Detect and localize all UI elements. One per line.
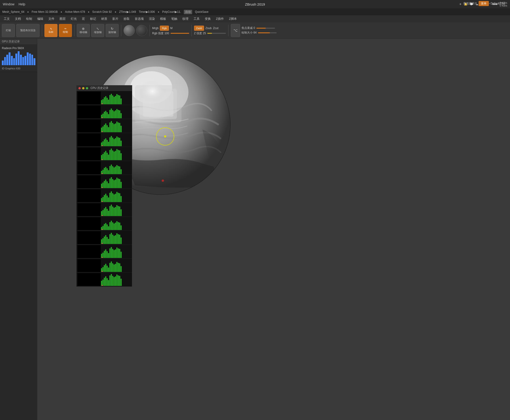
gpu-content: Radeon Pro 560X ID Graphics 630 <box>0 45 37 72</box>
zsub-label: Zsub <box>206 27 212 30</box>
symmetry-icon: ⌥ <box>233 28 237 33</box>
canvas-area[interactable]: CPU 历史记录 <box>37 39 510 420</box>
menu-render[interactable]: 渲染 <box>147 16 157 22</box>
help-menu[interactable]: Help <box>19 2 25 6</box>
main-area: GPU 历史记录 Radeon Pro 560X ID Graphics 630… <box>0 39 510 420</box>
menu-zscript[interactable]: Z脚本 <box>227 16 239 22</box>
edit-btn[interactable]: ✎ Edit <box>44 24 58 37</box>
menu-document[interactable]: 文档 <box>13 16 23 22</box>
menu-edit[interactable]: 编辑 <box>35 16 45 22</box>
cpu-bar-9-9 <box>114 224 115 230</box>
wifi-icon: ✈ <box>459 3 462 6</box>
gpu-bar-9 <box>22 57 24 65</box>
cpu-bar-7-13 <box>119 193 120 202</box>
scale-label: 缩放轴 <box>94 30 102 34</box>
cpu-bar-9-10 <box>115 223 116 230</box>
menu-pick[interactable]: 拾取 <box>122 16 132 22</box>
cpu-bar-8-5 <box>108 211 109 216</box>
cpu-bar-5-3 <box>105 167 106 174</box>
svg-point-7 <box>162 180 164 182</box>
menu-brush[interactable]: 笔触 <box>169 16 179 22</box>
menu-transform[interactable]: 变换 <box>203 16 213 22</box>
rotate-btn[interactable]: ↻ 旋转轴 <box>106 24 119 37</box>
cpu-bar-2-5 <box>108 127 109 132</box>
gpu-bar-10 <box>24 56 26 65</box>
lightbox-btn[interactable]: 灯箱 <box>2 24 15 37</box>
draw-size-slider[interactable] <box>258 32 277 33</box>
menu-macro[interactable]: 宏 <box>80 16 87 22</box>
secondary-sphere[interactable] <box>136 25 147 36</box>
menu-draw[interactable]: 绘制 <box>24 16 34 22</box>
menu-texture[interactable]: 纹理 <box>181 16 190 22</box>
move-btn[interactable]: ⊕ 移动轴 <box>77 24 90 37</box>
close-dot[interactable] <box>78 87 81 90</box>
menu-tool[interactable]: 工具 <box>192 16 201 22</box>
cpu-bar-2-8 <box>112 123 113 132</box>
symmetry-btn[interactable]: ⌥ <box>231 24 240 37</box>
cpu-bar-4-11 <box>116 149 118 160</box>
cpu-row-10 <box>77 231 132 245</box>
cpu-bar-9-2 <box>104 224 105 230</box>
cpu-bar-0-4 <box>107 98 108 104</box>
cpu-bar-11-11 <box>116 248 118 258</box>
minimize-dot[interactable] <box>82 87 84 90</box>
menu-template[interactable]: 模板 <box>158 16 168 22</box>
window-menu-group: Window Help <box>3 2 25 6</box>
cpu-title-bar: CPU 历史记录 <box>77 85 132 91</box>
cpu-bar-8-4 <box>107 209 108 216</box>
cpu-bar-1-5 <box>108 114 109 118</box>
menu-zplugin[interactable]: Z插件 <box>214 16 226 22</box>
auto-btn[interactable]: 自动 <box>184 10 192 14</box>
cpu-bar-1-6 <box>109 110 111 118</box>
menu-gongwen[interactable]: 工文 <box>2 16 12 22</box>
focal-shift-label: 焦点衰减 0 <box>242 26 255 30</box>
rgb-strength-slider[interactable] <box>170 33 189 34</box>
rgb-btn[interactable]: Rgb <box>160 26 169 31</box>
cpu-row-1 <box>77 105 132 119</box>
cpu-bar-3-11 <box>116 136 118 146</box>
focal-shift-slider[interactable] <box>256 28 275 29</box>
lightbox-label: 灯箱 <box>6 29 11 32</box>
timer: Timer▶0.006 <box>139 10 155 14</box>
cpu-red-dot-1 <box>102 117 103 118</box>
cpu-bar-13-3 <box>105 276 106 286</box>
cpu-row-2 <box>77 119 132 133</box>
cpu-bar-4-6 <box>109 150 111 160</box>
menu-marker[interactable]: 标记 <box>88 16 98 22</box>
cpu-bar-0-7 <box>111 94 112 104</box>
material-sphere[interactable] <box>124 25 135 36</box>
rgb-controls: Mrgb Rgb M Rgb 强度 100 <box>152 26 189 35</box>
cpu-bar-7-5 <box>108 197 109 202</box>
scratch-disk: Scratch Disk 92 <box>92 10 112 14</box>
preview-btn[interactable]: 预览布尔渲染 <box>16 24 40 37</box>
scale-btn[interactable]: ⤡ 缩放轴 <box>91 24 104 37</box>
cpu-bar-4-13 <box>119 150 120 160</box>
z-strength-slider[interactable] <box>207 33 226 34</box>
cpu-row-7 <box>77 189 132 203</box>
menu-btn[interactable]: 菜单 <box>479 1 489 6</box>
menu-material[interactable]: 材质 <box>99 16 109 22</box>
cpu-bar-7-14 <box>120 196 122 202</box>
gpu-bar-14 <box>34 58 35 65</box>
free-mem: Free Mem 32.089GB <box>32 10 58 14</box>
zadd-btn[interactable]: Zadd <box>194 26 204 31</box>
maximize-dot[interactable] <box>86 87 88 90</box>
cpu-bar-6-8 <box>112 179 113 188</box>
draw-btn[interactable]: ✏ 绘制 <box>59 24 72 37</box>
menu-file[interactable]: 文件 <box>46 16 56 22</box>
menu-light[interactable]: 灯光 <box>69 16 79 22</box>
window-menu[interactable]: Window <box>3 2 15 6</box>
menu-layer[interactable]: 图层 <box>58 16 67 22</box>
gpu-bar-2 <box>6 55 8 65</box>
cpu-red-dot-9 <box>102 229 103 230</box>
cpu-bar-5-13 <box>119 166 120 174</box>
quick-save-btn[interactable]: QuickSave <box>195 10 208 14</box>
menu-movie[interactable]: 影片 <box>111 16 120 22</box>
gpu2-name: ID Graphics 630 <box>2 67 35 70</box>
menu-preferences[interactable]: 首选项 <box>133 16 146 22</box>
cpu-bar-8-9 <box>114 208 115 216</box>
cpu-bar-2-13 <box>119 123 120 132</box>
draw-size-label: 绘制大小 64 <box>242 31 257 35</box>
cpu-red-dot-13 <box>102 285 103 286</box>
separator-5 <box>192 25 192 36</box>
